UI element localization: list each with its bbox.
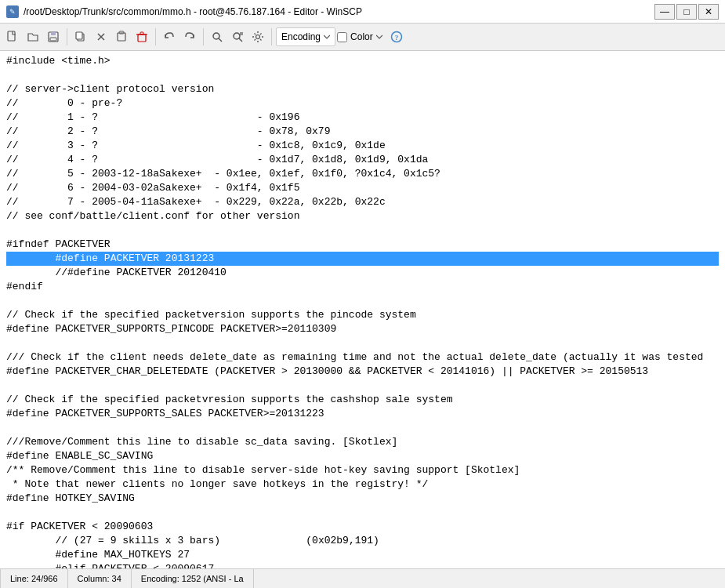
code-line: // 6 - 2004-03-02aSakexe+ - 0x1f4, 0x1f5 — [6, 181, 719, 195]
svg-rect-0 — [8, 31, 15, 41]
code-line — [6, 336, 719, 350]
code-line: // 4 - ? - 0x1d7, 0x1d8, 0x1d9, 0x1da — [6, 153, 719, 167]
sep1 — [67, 28, 67, 45]
titlebar-icon: ✎ — [6, 5, 19, 18]
color-chevron-icon — [376, 34, 382, 39]
encoding-label: Encoding — [281, 31, 321, 42]
code-line: #define PACKETVER_SUPPORTS_SALES PACKETV… — [6, 407, 719, 421]
code-line: #define PACKETVER_CHAR_DELETEDATE (PACKE… — [6, 365, 719, 379]
svg-line-16 — [239, 38, 242, 42]
paste-button[interactable] — [112, 27, 131, 46]
svg-line-14 — [219, 38, 222, 42]
code-line — [6, 223, 719, 238]
code-line: // 0 - pre-? — [6, 96, 719, 111]
color-checkbox[interactable] — [337, 32, 347, 42]
titlebar: ✎ /root/Desktop/Trunk/src/common/mmo.h -… — [0, 0, 725, 24]
code-line: // 1 - ? - 0x196 — [6, 111, 719, 125]
redo-button[interactable] — [180, 27, 199, 46]
editor-content[interactable]: #include <time.h> // server->client prot… — [0, 51, 725, 568]
minimize-button[interactable]: — — [654, 4, 675, 20]
svg-rect-3 — [50, 38, 56, 41]
find-files-button[interactable] — [228, 27, 247, 46]
code-line: // 7 - 2005-04-11aSakexe+ - 0x229, 0x22a… — [6, 195, 719, 209]
code-line: #define MAX_HOTKEYS 27 — [6, 548, 719, 562]
color-checkbox-label[interactable]: Color — [337, 31, 382, 42]
svg-text:?: ? — [394, 34, 398, 42]
code-line: //#define PACKETVER 20120410 — [6, 266, 719, 280]
titlebar-title: /root/Desktop/Trunk/src/common/mmo.h - r… — [24, 6, 362, 17]
cut-button[interactable] — [92, 27, 111, 46]
status-encoding: Encoding: 1252 (ANSI - La — [132, 569, 254, 588]
code-line: #ifndef PACKETVER — [6, 238, 719, 252]
code-line — [6, 506, 719, 520]
sep4 — [271, 28, 272, 45]
code-line: /** Remove/Comment this line to disable … — [6, 463, 719, 477]
code-line — [6, 421, 719, 435]
svg-point-13 — [213, 33, 219, 39]
new-button[interactable] — [3, 27, 22, 46]
maximize-button[interactable]: □ — [676, 4, 697, 20]
code-line: #define PACKETVER_SUPPORTS_PINCODE PACKE… — [6, 322, 719, 336]
svg-rect-10 — [138, 34, 146, 42]
code-line — [6, 379, 719, 393]
editor-scroll[interactable]: #include <time.h> // server->client prot… — [0, 51, 725, 568]
code-line: ///Remove/Comment this line to disable s… — [6, 435, 719, 449]
code-line: #define ENABLE_SC_SAVING — [6, 449, 719, 463]
code-line — [6, 68, 719, 82]
svg-point-19 — [256, 35, 260, 39]
svg-point-15 — [234, 33, 240, 39]
close-button[interactable]: ✕ — [698, 4, 719, 20]
code-line: #if PACKETVER < 20090603 — [6, 520, 719, 534]
delete-button[interactable] — [132, 27, 151, 46]
code-line: * Note that newer clients no longer save… — [6, 477, 719, 492]
find-button[interactable] — [208, 27, 227, 46]
status-column: Column: 34 — [68, 569, 132, 588]
sep2 — [155, 28, 156, 45]
code-line: // Check if the specified packetvresion … — [6, 393, 719, 407]
code-line: #elif PACKETVER < 20090617 — [6, 562, 719, 568]
save-button[interactable] — [44, 27, 63, 46]
encoding-dropdown[interactable]: Encoding — [276, 27, 335, 46]
svg-rect-5 — [76, 32, 82, 39]
color-label: Color — [350, 31, 373, 42]
encoding-chevron-icon — [324, 34, 330, 39]
code-line: // 3 - ? - 0x1c8, 0x1c9, 0x1de — [6, 139, 719, 153]
help-button[interactable]: ? — [387, 27, 406, 46]
titlebar-left: ✎ /root/Desktop/Trunk/src/common/mmo.h -… — [6, 5, 362, 18]
code-line — [6, 294, 719, 308]
code-line: /// Check if the client needs delete_dat… — [6, 350, 719, 365]
code-line: // 5 - 2003-12-18aSakexe+ - 0x1ee, 0x1ef… — [6, 167, 719, 181]
copy-button[interactable] — [71, 27, 90, 46]
statusbar: Line: 24/966 Column: 34 Encoding: 1252 (… — [0, 568, 725, 588]
code-line: #include <time.h> — [6, 54, 719, 68]
svg-rect-2 — [51, 32, 56, 35]
svg-rect-12 — [140, 32, 143, 34]
undo-button[interactable] — [160, 27, 179, 46]
code-line: // server->client protocol version — [6, 82, 719, 96]
toolbar: Encoding Color ? — [0, 24, 725, 51]
code-line: // Check if the specified packetversion … — [6, 308, 719, 322]
code-line: #endif — [6, 280, 719, 294]
code-line: // 2 - ? - 0x78, 0x79 — [6, 125, 719, 139]
status-line: Line: 24/966 — [0, 569, 68, 588]
highlighted-line: #define PACKETVER 20131223 — [6, 252, 719, 266]
preferences-button[interactable] — [248, 27, 267, 46]
code-line: // (27 = 9 skills x 3 bars) (0x02b9,191) — [6, 534, 719, 548]
open-button[interactable] — [24, 27, 42, 46]
editor-container: #include <time.h> // server->client prot… — [0, 51, 725, 568]
titlebar-controls: — □ ✕ — [654, 4, 719, 20]
code-line: #define HOTKEY_SAVING — [6, 492, 719, 506]
code-line: // see conf/battle/client.conf for other… — [6, 209, 719, 223]
sep3 — [203, 28, 204, 45]
